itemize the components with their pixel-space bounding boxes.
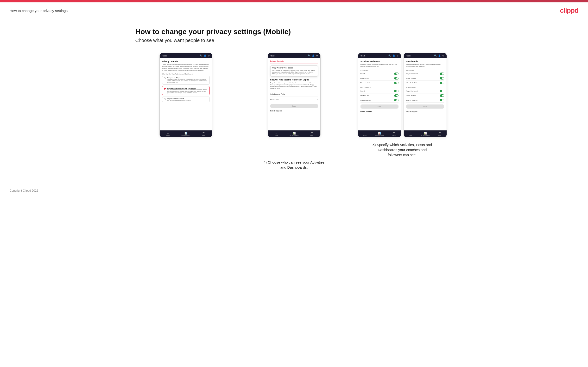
nav-menu-2[interactable]: ☰ Menu [310, 132, 313, 136]
performance-label-1: My Performance [182, 135, 190, 136]
nav-home-1[interactable]: ⌂ Home [166, 132, 170, 136]
menu-icon-2: ☰ [311, 132, 313, 134]
settings-icon-1[interactable]: ⚙ [208, 55, 210, 57]
phone-content-4: Dashboards Select the dashboards that yo… [404, 58, 447, 130]
privacy-controls-tab[interactable]: Privacy Controls [270, 60, 284, 63]
person-icon-2[interactable]: 👤 [312, 55, 315, 57]
phone-frame-3: ‹ Back 🔍 👤 ⚙ Activities and Posts Select… [358, 53, 401, 137]
dashboards-desc: Select the dashboards that you'd like to… [406, 64, 444, 67]
nav-icons-4: 🔍 👤 ⚙ [434, 55, 444, 57]
followers-player-toggle[interactable] [440, 90, 444, 92]
activities-posts-link[interactable]: Activities and Posts › [270, 92, 318, 97]
page-heading: How to change your privacy settings (Mob… [135, 28, 453, 36]
copyright-text: Copyright Clippd 2022 [10, 189, 38, 192]
phone-nav-3: ‹ Back 🔍 👤 ⚙ [358, 53, 401, 58]
save-button-4[interactable]: Save [406, 104, 444, 108]
coaches-player-row: Player Dashboard [406, 72, 444, 76]
save-button-2[interactable]: Save [270, 104, 318, 108]
activities-label: Activities and Posts [270, 93, 285, 95]
phone-content-2: Privacy Controls Only You and Your Coach… [268, 58, 320, 130]
home-icon-2: ⌂ [276, 132, 277, 134]
coaches-rounds-toggle[interactable] [394, 73, 398, 75]
dashboards-link[interactable]: Dashboards › [270, 97, 318, 102]
performance-icon-2: 📊 [293, 132, 295, 134]
followers-manual-toggle[interactable] [394, 99, 398, 101]
coaches-drills-label: Practice Drills [361, 78, 369, 79]
nav-performance-1[interactable]: 📊 My Performance [182, 132, 190, 136]
bottom-nav-4: ⌂ Home 📊 My Performance ☰ Menu [404, 130, 447, 137]
activities-posts-title: Activities and Posts [361, 60, 398, 63]
coaches-drills-row: Practice Drills [361, 76, 398, 81]
phone-nav-1: ‹ Back 🔍 👤 ⚙ [160, 53, 212, 58]
person-icon-4[interactable]: 👤 [438, 55, 441, 57]
dual-phones: ‹ Back 🔍 👤 ⚙ Activities and Posts Select… [358, 53, 447, 137]
who-can-see-label: Who Can See Your Activities and Dashboar… [162, 73, 210, 75]
coaches-player-label: Player Dashboard [406, 73, 418, 75]
settings-icon-3[interactable]: ⚙ [397, 55, 398, 57]
nav-icons-3: 🔍 👤 ⚙ [388, 55, 398, 57]
main-content: How to change your privacy settings (Mob… [126, 18, 462, 184]
followers-drills-toggle[interactable] [394, 94, 398, 97]
coaches-drills-toggle[interactable] [394, 77, 398, 80]
followers-work-toggle[interactable] [440, 99, 444, 101]
coaches-label-4: COACHES [406, 69, 444, 71]
coaches-work-toggle[interactable] [440, 82, 444, 84]
menu-icon-4: ☰ [439, 132, 441, 134]
mockup-group-1: ‹ Back 🔍 👤 ⚙ Privacy Controls Control ho… [135, 53, 236, 157]
followers-work-label: What To Work On [406, 100, 417, 101]
caption-2-text: 5) Specify which Activities, Posts and D… [372, 143, 432, 157]
back-button-3[interactable]: ‹ Back [361, 55, 365, 57]
coaches-insights-toggle[interactable] [440, 77, 444, 80]
home-label-3: Home [363, 135, 366, 136]
bottom-nav-2: ⌂ Home 📊 My Performance ☰ Menu [268, 130, 320, 137]
phone-frame-2: ‹ Back 🔍 👤 ⚙ Privacy Controls Only You a… [268, 53, 320, 137]
search-icon-4[interactable]: 🔍 [434, 55, 437, 57]
back-button-4[interactable]: ‹ Back [406, 55, 411, 57]
followers-label-3: FOLLOWERS [361, 87, 398, 88]
person-icon-3[interactable]: 👤 [392, 55, 395, 57]
menu-label-2: Menu [310, 135, 313, 136]
back-button-2[interactable]: ‹ Back [270, 55, 275, 57]
settings-icon-4[interactable]: ⚙ [442, 55, 444, 57]
coaches-work-row: What To Work On [406, 81, 444, 85]
person-icon-1[interactable]: 👤 [204, 55, 206, 57]
search-icon-1[interactable]: 🔍 [200, 55, 202, 57]
option-only-you[interactable]: Only You and Your Coach Only you and the… [162, 97, 210, 103]
option-approved[interactable]: Only Approved Followers and Your Coach O… [162, 86, 210, 95]
followers-insights-toggle[interactable] [440, 94, 444, 97]
home-icon-3: ⌂ [364, 132, 365, 134]
search-icon-2[interactable]: 🔍 [308, 55, 311, 57]
help-support-4: Help & Support [406, 108, 444, 112]
coaches-label-3: COACHES [361, 69, 398, 71]
coaches-manual-label: Manual Activities [361, 82, 371, 83]
save-button-3[interactable]: Save [361, 104, 398, 108]
top-bar [0, 0, 588, 2]
coaches-player-toggle[interactable] [440, 73, 444, 75]
option-everyone[interactable]: Everyone on Clippd Everyone on Clippd ca… [162, 76, 210, 85]
nav-home-4[interactable]: ⌂ Home [409, 132, 412, 136]
search-icon-3[interactable]: 🔍 [388, 55, 391, 57]
nav-performance-4[interactable]: 📊 My Performance [421, 132, 430, 136]
followers-rounds-label: Rounds [361, 90, 365, 92]
phone-content-3: Activities and Posts Select the types of… [358, 58, 401, 130]
home-icon-1: ⌂ [167, 132, 169, 134]
privacy-controls-title: Privacy Controls [162, 60, 210, 63]
nav-performance-3[interactable]: 📊 My Performance [375, 132, 384, 136]
nav-performance-2[interactable]: 📊 My Performance [290, 132, 299, 136]
followers-rounds-toggle[interactable] [394, 90, 398, 92]
nav-menu-1[interactable]: ☰ Menu [202, 132, 205, 136]
nav-home-3[interactable]: ⌂ Home [363, 132, 366, 136]
nav-menu-4[interactable]: ☰ Menu [438, 132, 441, 136]
followers-drills-label: Practice Drills [361, 95, 369, 96]
nav-menu-3[interactable]: ☰ Menu [392, 132, 396, 136]
page-subheading: Choose what you want people to see [135, 38, 453, 43]
back-button-1[interactable]: ‹ Back [162, 55, 167, 57]
nav-home-2[interactable]: ⌂ Home [275, 132, 278, 136]
header: How to change your privacy settings clip… [0, 2, 588, 18]
coaches-manual-toggle[interactable] [394, 82, 398, 84]
caption-1: 4) Choose who can see your Activities an… [263, 157, 325, 170]
followers-rounds-row: Rounds [361, 89, 398, 93]
mockups-row: ‹ Back 🔍 👤 ⚙ Privacy Controls Control ho… [135, 53, 453, 157]
settings-icon-2[interactable]: ⚙ [316, 55, 318, 57]
performance-label-3: My Performance [375, 135, 384, 136]
